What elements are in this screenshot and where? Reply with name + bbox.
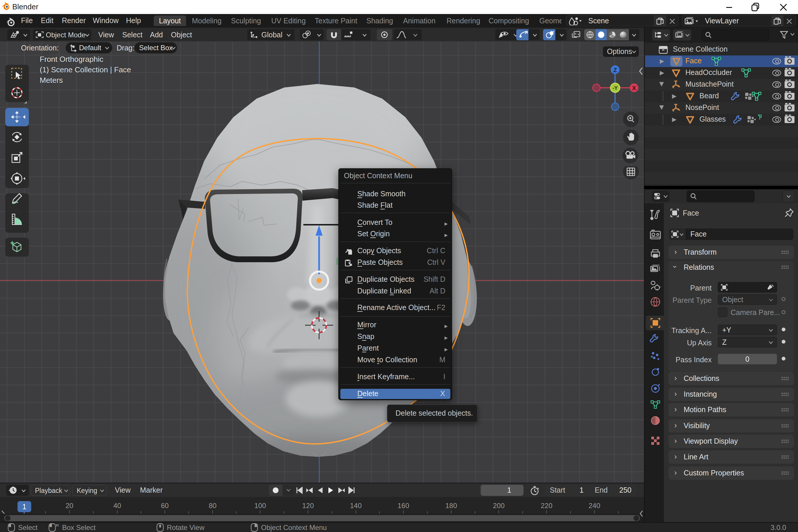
svg-text:Z: Z [613,67,617,73]
svg-text:X: X [632,85,636,91]
svg-text:-Y: -Y [612,85,618,91]
